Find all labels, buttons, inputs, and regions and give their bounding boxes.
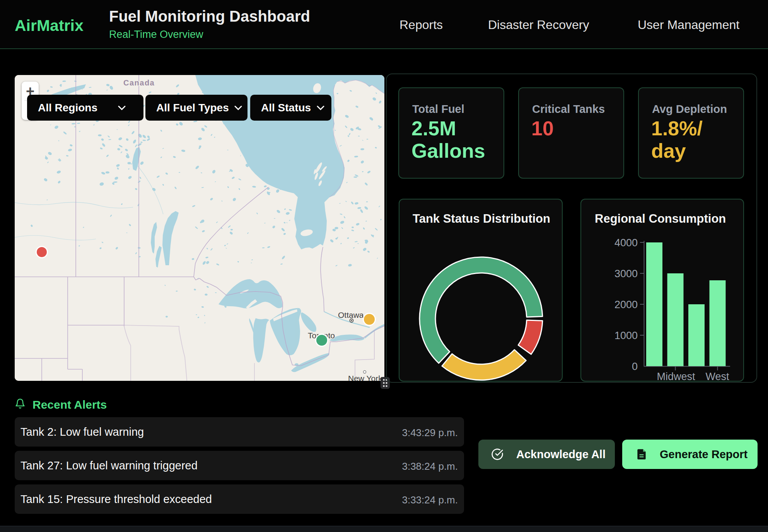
svg-text:4000: 4000 xyxy=(614,237,638,249)
svg-text:3000: 3000 xyxy=(614,268,638,280)
svg-text:Canada: Canada xyxy=(123,78,155,87)
svg-text:Midwest: Midwest xyxy=(657,371,695,382)
svg-text:Ottawa: Ottawa xyxy=(338,310,364,319)
svg-text:0: 0 xyxy=(632,361,638,372)
svg-text:2000: 2000 xyxy=(614,299,638,310)
svg-text:New York: New York xyxy=(348,374,382,381)
svg-text:1000: 1000 xyxy=(614,330,638,341)
svg-text:West: West xyxy=(705,371,729,382)
